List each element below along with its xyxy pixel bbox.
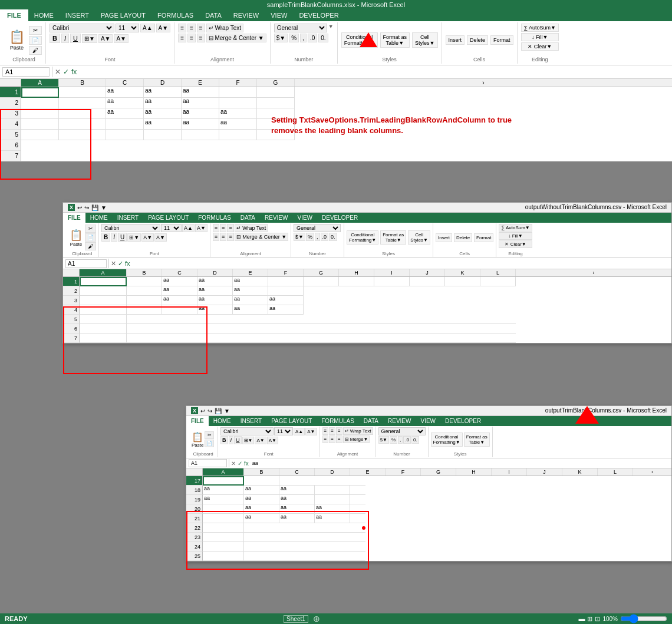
al2-2[interactable]: ≡: [220, 224, 226, 232]
normal-view[interactable]: ▬: [578, 615, 585, 622]
r20d[interactable]: aa: [315, 504, 350, 514]
merge-3[interactable]: ⊟ Merge▼: [343, 435, 370, 443]
c-d4-2[interactable]: aa: [197, 305, 233, 315]
r20a[interactable]: [203, 504, 244, 514]
font-select-2[interactable]: Calibri: [101, 224, 160, 232]
undo-3[interactable]: ↩: [200, 408, 205, 414]
al4-2[interactable]: ≡: [213, 233, 219, 241]
clear-2[interactable]: ✕ Clear▼: [499, 240, 532, 248]
comma-2[interactable]: ,: [315, 233, 320, 241]
r24a[interactable]: [203, 542, 244, 552]
bold-2[interactable]: B: [101, 233, 110, 242]
cell-B4[interactable]: [59, 119, 106, 130]
dd-3[interactable]: 0.: [411, 436, 419, 444]
cell-A2[interactable]: [21, 98, 59, 108]
al3-3[interactable]: ≡: [336, 427, 342, 435]
review-tab-2[interactable]: REVIEW: [260, 213, 292, 223]
col-L-2[interactable]: L: [480, 269, 516, 276]
delete-2[interactable]: Delete: [454, 233, 472, 242]
italic-3[interactable]: I: [229, 436, 234, 444]
align-top-left-button[interactable]: ≡: [178, 24, 186, 32]
fcolor-2[interactable]: A▼: [154, 233, 167, 242]
rh6-2[interactable]: 6: [63, 324, 80, 334]
fontsize-select-2[interactable]: 11: [161, 224, 182, 232]
c-c4-2[interactable]: [162, 305, 197, 315]
data-tab-2[interactable]: DATA: [236, 213, 260, 223]
decrease-decimal-button[interactable]: 0.: [318, 34, 328, 42]
r18c[interactable]: aa: [279, 486, 315, 495]
fmttbl-3[interactable]: Format asTable▼: [464, 432, 490, 447]
cond-fmt-2[interactable]: ConditionalFormatting▼: [347, 230, 378, 245]
cell-E2[interactable]: aa: [182, 98, 219, 108]
formulas-tab-1[interactable]: FORMULAS: [151, 9, 199, 21]
cell-C2[interactable]: aa: [106, 98, 144, 108]
rh20[interactable]: 20: [186, 504, 203, 514]
cell-D2[interactable]: aa: [144, 98, 182, 108]
c-f1-2[interactable]: [268, 277, 304, 286]
align-top-right-button[interactable]: ≡: [197, 24, 205, 32]
align-center-button[interactable]: ≡: [187, 34, 196, 42]
al5-3[interactable]: ≡: [329, 435, 335, 443]
rh4-2[interactable]: 4: [63, 305, 80, 315]
col-D-1[interactable]: D: [144, 79, 182, 87]
col-D-3[interactable]: D: [315, 468, 350, 476]
rh21[interactable]: 21: [186, 514, 203, 523]
rh3-2[interactable]: 3: [63, 296, 80, 305]
view-tab-3[interactable]: VIEW: [416, 416, 440, 426]
cell-E1[interactable]: aa: [182, 87, 219, 98]
r21a[interactable]: [203, 514, 244, 523]
format-painter-button[interactable]: 🖌: [29, 46, 42, 55]
cell-C5[interactable]: [106, 130, 144, 140]
confirm-formula-1[interactable]: ✓: [63, 68, 69, 76]
r20c[interactable]: aa: [279, 504, 315, 514]
al5-2[interactable]: ≡: [220, 233, 226, 241]
r18b[interactable]: aa: [244, 486, 279, 495]
save-3[interactable]: 💾: [215, 408, 222, 414]
confirm-formula-2[interactable]: ✓: [118, 260, 123, 268]
pct-2[interactable]: %: [306, 233, 314, 241]
cell-styles-button[interactable]: CellStyles▼: [412, 32, 437, 48]
c-a3-2[interactable]: [80, 296, 127, 305]
fill-color-button[interactable]: A▼: [98, 34, 113, 43]
id-3[interactable]: .0: [403, 436, 411, 444]
rh19[interactable]: 19: [186, 495, 203, 504]
fx-2[interactable]: fx: [125, 260, 130, 267]
al1-3[interactable]: ≡: [322, 427, 329, 435]
r25a[interactable]: [203, 552, 244, 561]
clear-button[interactable]: ✕ Clear▼: [521, 42, 559, 51]
r23a[interactable]: [203, 533, 244, 542]
formula-input-3[interactable]: [251, 460, 669, 467]
col-G-1[interactable]: G: [257, 79, 295, 87]
developer-tab-2[interactable]: DEVELOPER: [317, 213, 363, 223]
align-right-button[interactable]: ≡: [197, 34, 205, 42]
row-2-hdr[interactable]: 2: [0, 98, 21, 108]
col-I-3[interactable]: I: [492, 468, 527, 476]
cell-F1[interactable]: [219, 87, 257, 98]
nfmt-3[interactable]: General: [378, 427, 426, 435]
cell-F3[interactable]: aa: [219, 108, 257, 119]
pct-3[interactable]: %: [390, 436, 397, 444]
cancel-formula-1[interactable]: ✕: [55, 68, 61, 76]
c-i1-2[interactable]: [374, 277, 410, 286]
formula-input-2[interactable]: [132, 260, 669, 268]
format-as-table-button[interactable]: Format asTable▼: [380, 32, 410, 48]
view-tab-2[interactable]: VIEW: [292, 213, 317, 223]
numfmt-2[interactable]: General: [294, 224, 341, 232]
italic-button[interactable]: I: [61, 34, 69, 43]
r21b[interactable]: aa: [244, 514, 279, 523]
rh5-2[interactable]: 5: [63, 315, 80, 324]
font-sel-3[interactable]: Calibri: [220, 427, 274, 435]
confirm-3[interactable]: ✓: [238, 460, 242, 467]
fill-2[interactable]: A▼: [141, 233, 154, 242]
decf-3[interactable]: A▼: [305, 428, 317, 435]
r18d[interactable]: [315, 486, 350, 495]
col-F-1[interactable]: F: [219, 79, 257, 87]
col-E-2[interactable]: E: [233, 269, 268, 276]
cut-3[interactable]: ✂: [205, 431, 214, 439]
col-G-3[interactable]: G: [421, 468, 456, 476]
bold-button[interactable]: B: [50, 34, 60, 43]
cell-E5[interactable]: [182, 130, 219, 140]
r21c[interactable]: aa: [279, 514, 315, 523]
paste-button-2[interactable]: 📋 Paste: [68, 228, 84, 247]
cell-B5[interactable]: [59, 130, 106, 140]
